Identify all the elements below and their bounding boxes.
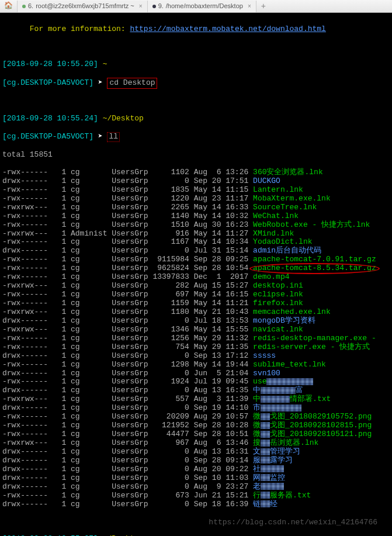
obscured-region [261, 431, 270, 438]
file-row: -rwx------ 1 cg UsersGrp 1510 Aug 30 16:… [2, 221, 390, 230]
new-tab-button[interactable]: + [256, 1, 270, 11]
filename: firefox.lnk [253, 299, 303, 307]
filename: MobaXterm.exe.lnk [253, 194, 331, 203]
filename: 360安全浏览器.lnk [253, 168, 323, 177]
filename: apache-tomcat-7.0.91.tar.gz [253, 255, 376, 264]
filename: 链 [253, 500, 261, 509]
file-row: -rwx------ 1 cg UsersGrp 1102 Aug 6 13:2… [2, 168, 390, 177]
file-listing: -rwx------ 1 cg UsersGrp 1102 Aug 6 13:2… [2, 168, 390, 509]
filename: apache-tomcat-8.5.34.tar.gz [253, 264, 376, 273]
obscured-region [261, 422, 270, 429]
filename: 网 [253, 473, 261, 482]
cmd-highlight: cd Desktop [107, 78, 157, 89]
filename: YodaoDict.lnk [253, 237, 312, 246]
filename: svn100 [253, 369, 280, 378]
file-row: -rwxrwx--- 1 cg UsersGrp 967 Aug 6 13:46… [2, 439, 390, 448]
obscured-region [261, 457, 270, 464]
file-row: drwx------ 1 cg UsersGrp 0 Aug 20 09:22 … [2, 465, 390, 474]
filename: 市 [253, 403, 261, 412]
filename: mongoDB学习资料 [253, 316, 315, 325]
home-icon: 🏠 [4, 2, 13, 11]
filename: 微 [253, 412, 261, 421]
filename: 老 [253, 482, 261, 491]
filename: SourceTree.lnk [253, 203, 317, 212]
file-row: drwx------ 1 cg UsersGrp 0 Sep 19 14:10 … [2, 404, 390, 413]
file-row: drwx------ 1 cg UsersGrp 0 Sep 20 17:51 … [2, 177, 390, 186]
filename: desktop.ini [253, 281, 303, 290]
filename: 文 [253, 447, 261, 456]
obscured-region [261, 387, 296, 394]
file-row: drwx------ 1 cg UsersGrp 0 Jun 5 21:04 s… [2, 369, 390, 378]
file-row: -rwxrwx--- 1 cg UsersGrp 282 Aug 15 15:2… [2, 282, 390, 291]
close-icon[interactable]: × [248, 3, 251, 10]
file-row: drwx------ 1 cg UsersGrp 0 Sep 18 16:39 … [2, 500, 390, 509]
obscured-region [261, 465, 284, 472]
tab-session-1[interactable]: 6. root@iz2ze6lxm6wxjb715mfmrtz ~ × [18, 1, 148, 12]
file-row: -rwx------ 1 cg UsersGrp 1256 May 29 11:… [2, 334, 390, 343]
filename: DUCKGO [253, 177, 280, 185]
filename: memcached.exe.lnk [253, 307, 331, 316]
watermark: https://blog.csdn.net/weixin_42164766 [209, 518, 377, 527]
tab-label: /home/mobaxterm/Desktop [166, 2, 243, 10]
filename: XMind.lnk [253, 229, 294, 238]
file-row: drwx------ 1 cg UsersGrp 0 Sep 13 17:12 … [2, 352, 390, 361]
obscured-region [261, 448, 270, 455]
filename: WebRobot.exe - 快捷方式.lnk [253, 220, 370, 229]
tab-num: 9. [158, 2, 164, 10]
tab-session-2[interactable]: 9. /home/mobaxterm/Desktop × [148, 1, 256, 12]
file-row: drwx------ 1 cg UsersGrp 0 Jul 18 13:53 … [2, 317, 390, 326]
file-row: -rwxrwx--- 1 cg UsersGrp 2265 May 14 16:… [2, 203, 390, 212]
tab-label: root@iz2ze6lxm6wxjb715mfmrtz ~ [36, 2, 134, 10]
filename: 微 [253, 430, 261, 438]
obscured-region [261, 404, 301, 411]
obscured-region [261, 396, 290, 403]
tab-num: 6. [28, 2, 33, 10]
filename: admin后台自动代码 [253, 246, 321, 255]
file-row: -rwxrwx--- 1 cg UsersGrp 557 Aug 3 11:39… [2, 395, 390, 404]
file-row: -rwx------ 1 cg UsersGrp 20209 Aug 29 10… [2, 413, 390, 421]
filename: 社 [253, 465, 261, 473]
file-row: -rwx------ 1 cg UsersGrp 1298 May 14 19:… [2, 361, 390, 369]
filename: 搜 [253, 438, 261, 447]
file-row: -rwx------ 1 cg UsersGrp 13397833 Dec 1 … [2, 273, 390, 282]
file-row: drwx------ 1 cg UsersGrp 0 Aug 9 23:27 老 [2, 483, 390, 492]
prompt-line: [2018-09-28 10:55.20] ~ [2, 60, 390, 69]
info-line: For more information: https://mobaxterm.… [2, 25, 390, 34]
obscured-region [261, 483, 284, 490]
filename: 服 [253, 456, 261, 465]
home-tab[interactable]: 🏠 [0, 1, 18, 12]
file-row: drwx------ 1 cg UsersGrp 0 Jul 31 15:14 … [2, 247, 390, 255]
file-row: -rwx------ 1 cg UsersGrp 1835 May 14 11:… [2, 186, 390, 195]
filename: Lantern.lnk [253, 185, 303, 194]
filename: redis-desktop-manager.exe - [253, 334, 376, 343]
filename: sssss [253, 351, 276, 360]
filename: redis-server.exe - 快捷方式 [253, 343, 370, 351]
file-row: drwx------ 1 cg UsersGrp 0 Aug 13 16:31 … [2, 448, 390, 457]
prompt-line: [2018-09-28 10:55.24] ~/Desktop [2, 115, 390, 123]
file-row: -rwx------ 1 cg UsersGrp 673 Jun 21 15:2… [2, 492, 390, 500]
filename: navicat.lnk [253, 325, 303, 334]
obscured-region [261, 413, 270, 420]
total-line: total 15851 [2, 151, 390, 160]
obscured-region [261, 500, 270, 507]
prompt-line: [cg.DESKTOP-DA5VOCT] ➤ cd Desktop [2, 78, 390, 89]
info-url[interactable]: https://mobaxterm.mobatek.net/download.h… [130, 25, 325, 33]
close-icon[interactable]: × [139, 3, 143, 10]
obscured-region [261, 474, 270, 481]
filename: use [253, 377, 266, 386]
filename: 中 [253, 395, 261, 403]
obscured-region [261, 492, 270, 499]
terminal-output[interactable]: For more information: https://mobaxterm.… [0, 13, 392, 536]
file-row: drwx------ 1 cg UsersGrp 0 Sep 10 11:03 … [2, 474, 390, 483]
filename: eclipse.lnk [253, 290, 303, 299]
file-row: -rwx------ 1 cg UsersGrp 1167 May 14 10:… [2, 238, 390, 247]
tab-bar: 🏠 6. root@iz2ze6lxm6wxjb715mfmrtz ~ × 9.… [0, 0, 392, 13]
filename: WeChat.lnk [253, 212, 299, 220]
filename: 微 [253, 421, 261, 430]
filename: sublime_text.lnk [253, 360, 326, 369]
prompt-line: [cg.DESKTOP-DA5VOCT] ➤ ll [2, 132, 390, 142]
file-row: -rwx------ 1 cg UsersGrp 44477 Sep 28 10… [2, 430, 390, 439]
status-dot-icon [22, 5, 26, 8]
filename: 中 [253, 386, 261, 395]
file-row: -rwx------ 1 cg UsersGrp 697 May 14 16:1… [2, 291, 390, 299]
